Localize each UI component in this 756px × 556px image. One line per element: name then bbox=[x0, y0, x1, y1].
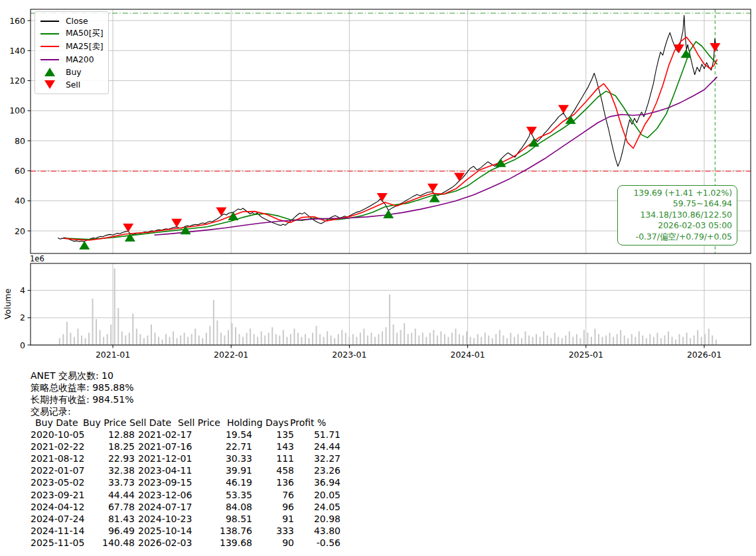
volume-bar bbox=[348, 337, 350, 345]
volume-bar bbox=[173, 331, 174, 345]
volume-bar bbox=[92, 299, 94, 345]
column-header: Profit % bbox=[290, 417, 326, 428]
volume-bar bbox=[433, 330, 434, 345]
cell-holding-days: 96 bbox=[254, 502, 294, 512]
volume-bar bbox=[455, 328, 457, 345]
volume-bar bbox=[271, 327, 273, 345]
volume-bar bbox=[66, 322, 68, 345]
volume-bar bbox=[631, 334, 633, 345]
volume-bar bbox=[396, 332, 398, 345]
volume-bar bbox=[605, 336, 607, 345]
volume-bar bbox=[216, 320, 218, 345]
volume-bar bbox=[656, 332, 658, 345]
cell-profit-pct: 24.44 bbox=[294, 441, 340, 452]
volume-bar bbox=[250, 328, 251, 345]
cell-sell-date: 2025-10-14 bbox=[138, 525, 192, 536]
volume-bar bbox=[642, 336, 643, 345]
legend-marker-swatch-wrap bbox=[39, 82, 60, 89]
volume-bar bbox=[264, 336, 265, 345]
volume-bar bbox=[569, 331, 570, 345]
buy-triangle-icon bbox=[44, 68, 55, 76]
cell-profit-pct: -0.56 bbox=[294, 537, 340, 548]
volume-bar bbox=[363, 328, 364, 345]
volume-bar bbox=[639, 331, 640, 345]
tick-label: 2022-01 bbox=[214, 350, 248, 360]
volume-bar bbox=[297, 332, 299, 345]
cell-holding-days: 91 bbox=[254, 514, 294, 524]
strategy-stats: ANET 交易次数: 10 策略总收益率: 985.88% 长期持有收益: 98… bbox=[31, 370, 133, 417]
cell-holding-days: 135 bbox=[254, 429, 294, 440]
volume-bar bbox=[653, 337, 654, 345]
volume-bar bbox=[697, 330, 698, 345]
volume-bar bbox=[151, 324, 152, 345]
annotation-line-2: 59.75~164.94 bbox=[623, 198, 732, 209]
plot-frames bbox=[31, 9, 751, 345]
cell-profit-pct: 20.05 bbox=[294, 490, 340, 500]
volume-bar bbox=[499, 330, 500, 345]
volume-bar bbox=[583, 330, 585, 345]
volume-bar bbox=[473, 338, 475, 345]
cell-buy-price: 18.25 bbox=[88, 441, 135, 452]
volume-bar bbox=[649, 334, 650, 345]
volume-bar bbox=[331, 336, 332, 345]
buy-marker bbox=[79, 241, 90, 249]
sell-marker bbox=[171, 219, 182, 228]
volume-bar bbox=[627, 338, 629, 345]
volume-bar bbox=[147, 336, 148, 345]
volume-bar bbox=[477, 334, 479, 345]
volume-bar bbox=[370, 332, 372, 345]
cell-holding-days: 143 bbox=[254, 441, 294, 452]
volume-plot-frame bbox=[31, 263, 751, 345]
volume-bar bbox=[84, 338, 86, 345]
tick-label: 120 bbox=[9, 76, 25, 86]
cell-buy-date: 2023-05-02 bbox=[31, 477, 84, 488]
volume-bar bbox=[572, 337, 573, 345]
volume-bar bbox=[682, 337, 684, 345]
volume-bar bbox=[235, 327, 236, 345]
volume-bar bbox=[312, 332, 313, 345]
volume-bar bbox=[672, 337, 673, 345]
volume-bar bbox=[125, 336, 126, 345]
volume-bar bbox=[378, 334, 380, 345]
table-row: 2024-04-1267.782024-07-1784.089624.05 bbox=[31, 502, 376, 514]
trade-log-title: 交易记录: bbox=[31, 405, 133, 417]
volume-bar bbox=[136, 328, 137, 345]
volume-bar bbox=[177, 338, 178, 345]
legend-label: MA25[卖] bbox=[66, 41, 104, 52]
volume-bar bbox=[716, 340, 717, 345]
legend-label: Buy bbox=[66, 68, 82, 77]
volume-bar bbox=[268, 332, 269, 345]
legend-item-buy: Buy bbox=[39, 66, 104, 78]
volume-bar bbox=[360, 332, 361, 345]
legend-marker-swatch-wrap bbox=[39, 68, 60, 76]
cell-sell-price: 39.91 bbox=[206, 465, 252, 476]
cell-buy-price: 33.73 bbox=[88, 477, 135, 488]
volume-bar bbox=[327, 331, 328, 345]
volume-bar bbox=[660, 338, 662, 345]
volume-bar bbox=[488, 336, 489, 345]
cell-sell-price: 139.68 bbox=[206, 537, 252, 548]
volume-bar bbox=[528, 336, 530, 345]
volume-bar bbox=[620, 330, 621, 345]
volume-bar bbox=[305, 334, 306, 345]
trade-table: Buy DateBuy PriceSell DateSell PriceHold… bbox=[31, 417, 376, 549]
volume-bar bbox=[202, 338, 203, 345]
cell-sell-date: 2021-07-16 bbox=[138, 441, 192, 452]
volume-bar bbox=[617, 334, 618, 345]
table-row: 2023-05-0233.732023-09-1546.1913636.94 bbox=[31, 477, 376, 489]
cell-sell-date: 2024-10-23 bbox=[138, 514, 192, 524]
legend-line-swatch bbox=[40, 46, 59, 47]
cell-holding-days: 136 bbox=[254, 477, 294, 488]
annotation-line-1: 139.69 (+1.41 +1.02%) bbox=[623, 188, 732, 198]
cell-profit-pct: 43.80 bbox=[294, 525, 340, 536]
volume-bar bbox=[408, 334, 409, 345]
volume-bar bbox=[386, 327, 387, 345]
volume-bar bbox=[492, 338, 493, 345]
table-row: 2024-07-2481.432024-10-2398.519120.98 bbox=[31, 514, 376, 525]
annotation-line-5: -0.37/偏空/+0.79/+0.05 bbox=[623, 232, 732, 242]
volume-bar bbox=[587, 332, 588, 345]
volume-bar bbox=[613, 337, 614, 345]
volume-bar bbox=[400, 330, 402, 345]
tick-label: 2024-01 bbox=[450, 350, 485, 360]
legend-line-swatch-wrap bbox=[39, 21, 60, 22]
